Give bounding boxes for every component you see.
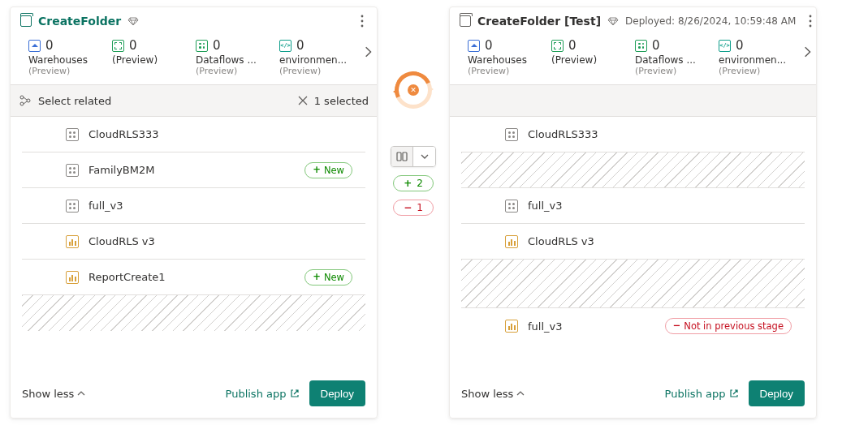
list-item[interactable]: CloudRLS333 bbox=[461, 117, 805, 152]
sync-status-icon[interactable]: ✕ bbox=[395, 71, 432, 109]
deploy-button[interactable]: Deploy bbox=[749, 380, 805, 406]
stat-sub: (Preview) bbox=[468, 66, 551, 76]
panel-header-right: CreateFolder [Test] Deployed: 8/26/2024,… bbox=[450, 7, 816, 32]
warehouse-icon bbox=[28, 40, 41, 52]
item-name: ReportCreate1 bbox=[89, 271, 295, 283]
panel-title[interactable]: CreateFolder [Test] bbox=[477, 15, 601, 28]
stat-value: 0 bbox=[736, 38, 744, 53]
minus-icon: − bbox=[404, 203, 412, 213]
plus-icon: + bbox=[313, 165, 321, 175]
chevron-down-icon bbox=[421, 152, 429, 161]
stats-next-icon[interactable] bbox=[801, 46, 813, 58]
stat-label: (Preview) bbox=[551, 54, 635, 66]
dataset-icon bbox=[505, 128, 518, 141]
stats-row-right: 0 Warehouses (Preview) 0 (Preview) 0 Dat… bbox=[450, 32, 816, 84]
list-item[interactable]: FamilyBM2M +New bbox=[22, 152, 365, 188]
open-external-icon bbox=[729, 389, 739, 398]
publish-app-link[interactable]: Publish app bbox=[226, 388, 300, 400]
list-item[interactable]: full_v3 bbox=[461, 188, 805, 224]
stat-environments[interactable]: 0 environmen... (Preview) bbox=[719, 38, 802, 76]
item-list-right: CloudRLS333 full_v3 CloudRLS v3 full_v3 … bbox=[450, 117, 816, 372]
list-item[interactable]: ReportCreate1 +New bbox=[22, 260, 365, 295]
stat-label: Warehouses bbox=[468, 54, 551, 66]
stat-value: 0 bbox=[652, 38, 660, 53]
preview-icon bbox=[112, 40, 124, 52]
stats-row-left: 0 Warehouses (Preview) 0 (Preview) 0 Dat… bbox=[11, 32, 377, 84]
stat-value: 0 bbox=[485, 38, 493, 53]
empty-slot bbox=[461, 260, 805, 308]
stat-dataflows[interactable]: 0 Dataflows ... (Preview) bbox=[635, 38, 719, 76]
deployed-timestamp: Deployed: 8/26/2024, 10:59:48 AM bbox=[625, 15, 796, 27]
deployment-pipeline: CreateFolder 0 Warehouses (Preview) 0 (P… bbox=[0, 0, 868, 438]
list-item[interactable]: CloudRLS v3 bbox=[461, 224, 805, 260]
svg-point-9 bbox=[810, 20, 812, 23]
target-stage-panel: CreateFolder [Test] Deployed: 8/26/2024,… bbox=[449, 6, 817, 419]
preview-icon bbox=[551, 40, 564, 52]
premium-diamond-icon bbox=[607, 15, 619, 27]
panel-footer-left: Show less Publish app Deploy bbox=[11, 372, 377, 418]
diff-removed-pill[interactable]: − 1 bbox=[393, 200, 434, 216]
clear-selection-icon[interactable] bbox=[298, 96, 308, 105]
deploy-button[interactable]: Deploy bbox=[309, 380, 366, 406]
svg-point-2 bbox=[361, 25, 364, 28]
panel-footer-right: Show less Publish app Deploy bbox=[450, 372, 816, 418]
sync-error-icon: ✕ bbox=[408, 84, 419, 96]
publish-app-link[interactable]: Publish app bbox=[665, 388, 739, 400]
more-options-icon[interactable] bbox=[809, 15, 812, 28]
open-external-icon bbox=[290, 389, 300, 398]
environment-icon bbox=[719, 40, 731, 52]
source-stage-panel: CreateFolder 0 Warehouses (Preview) 0 (P… bbox=[10, 6, 378, 419]
list-item[interactable]: CloudRLS333 bbox=[22, 117, 365, 152]
stat-dataflows[interactable]: 0 Dataflows ... (Preview) bbox=[196, 38, 279, 76]
compare-dropdown-button[interactable] bbox=[413, 147, 435, 166]
diff-added-pill[interactable]: + 2 bbox=[393, 175, 434, 191]
publish-label: Publish app bbox=[665, 388, 726, 400]
stat-label: (Preview) bbox=[112, 54, 196, 66]
compare-side-by-side-button[interactable] bbox=[391, 147, 413, 166]
svg-point-10 bbox=[810, 25, 812, 28]
compare-mode-toggle bbox=[391, 146, 436, 167]
stat-environments[interactable]: 0 environmen... (Preview) bbox=[279, 38, 363, 76]
stat-label: Dataflows ... bbox=[635, 54, 719, 66]
item-name: CloudRLS333 bbox=[528, 128, 792, 140]
stats-next-icon[interactable] bbox=[362, 46, 374, 58]
warehouse-icon bbox=[468, 40, 480, 52]
badge-label: New bbox=[324, 270, 344, 285]
more-options-icon[interactable] bbox=[356, 15, 369, 28]
list-item[interactable]: full_v3 bbox=[22, 188, 365, 224]
list-item[interactable]: CloudRLS v3 bbox=[22, 224, 365, 260]
show-less-toggle[interactable]: Show less bbox=[461, 388, 525, 400]
report-icon bbox=[66, 271, 79, 284]
report-icon bbox=[505, 235, 518, 248]
empty-slot bbox=[461, 152, 805, 188]
item-name: CloudRLS333 bbox=[89, 128, 352, 140]
stat-sub: (Preview) bbox=[719, 66, 802, 76]
svg-point-0 bbox=[361, 15, 364, 18]
stat-preview1[interactable]: 0 (Preview) bbox=[112, 38, 196, 76]
stat-value: 0 bbox=[296, 38, 304, 53]
item-list-left: CloudRLS333 FamilyBM2M +New full_v3 Clou… bbox=[11, 117, 377, 372]
chevron-up-icon bbox=[77, 389, 85, 397]
stat-label: environmen... bbox=[279, 54, 363, 66]
stat-sub: (Preview) bbox=[28, 66, 112, 76]
panel-title[interactable]: CreateFolder bbox=[38, 15, 121, 28]
stat-preview1[interactable]: 0 (Preview) bbox=[551, 38, 635, 76]
plus-icon: + bbox=[404, 178, 412, 188]
selection-bar: Select related 1 selected bbox=[11, 84, 377, 117]
dataflow-icon bbox=[196, 40, 208, 52]
dataset-icon bbox=[66, 164, 79, 177]
stat-value: 0 bbox=[45, 38, 54, 53]
select-related-label[interactable]: Select related bbox=[38, 95, 111, 107]
panel-header-left: CreateFolder bbox=[11, 7, 377, 32]
environment-icon bbox=[279, 40, 291, 52]
publish-label: Publish app bbox=[226, 388, 287, 400]
workspace-icon bbox=[460, 15, 471, 27]
new-badge: +New bbox=[304, 269, 352, 286]
dataflow-icon bbox=[635, 40, 647, 52]
select-related-icon bbox=[19, 94, 32, 107]
stat-warehouses[interactable]: 0 Warehouses (Preview) bbox=[468, 38, 551, 76]
chevron-up-icon bbox=[516, 389, 525, 397]
list-item[interactable]: full_v3 −Not in previous stage bbox=[461, 308, 805, 344]
show-less-toggle[interactable]: Show less bbox=[22, 388, 85, 400]
stat-warehouses[interactable]: 0 Warehouses (Preview) bbox=[28, 38, 112, 76]
